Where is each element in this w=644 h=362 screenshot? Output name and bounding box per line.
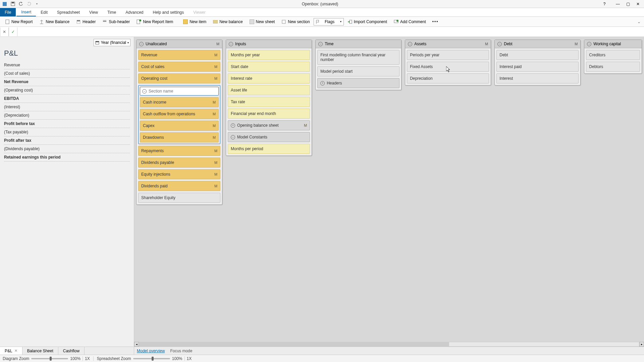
card-item[interactable]: Months per year: [228, 50, 310, 60]
scroll-track[interactable]: [139, 342, 639, 347]
card-item[interactable]: Interest rate: [228, 73, 310, 83]
formula-input[interactable]: [17, 27, 644, 37]
card-item[interactable]: Cash incomeM: [140, 97, 219, 107]
collapse-icon[interactable]: –: [408, 42, 412, 46]
year-selector[interactable]: Year (financial ▾: [94, 39, 130, 46]
scroll-thumb[interactable]: [139, 342, 449, 346]
pl-row[interactable]: Profit before tax: [4, 120, 130, 128]
minimize-button[interactable]: —: [613, 1, 623, 7]
diagram-zoom-slider[interactable]: [31, 358, 68, 359]
collapse-icon[interactable]: –: [142, 89, 147, 94]
tab-balance-sheet[interactable]: Balance Sheet: [22, 347, 58, 355]
ribbon-collapse-icon[interactable]: ⌄: [636, 19, 642, 24]
formula-cancel-button[interactable]: ✕: [0, 27, 9, 36]
diagram-zoom-x[interactable]: 1X: [85, 356, 90, 361]
toolbar-more-button[interactable]: •••: [430, 18, 441, 25]
card-header-unallocated[interactable]: – Unallocated M: [137, 40, 222, 48]
card-item[interactable]: Cost of salesM: [138, 62, 220, 72]
collapse-icon[interactable]: –: [231, 135, 235, 139]
card-item[interactable]: Dividends paidM: [138, 181, 220, 191]
collapse-icon[interactable]: +: [320, 81, 325, 85]
sub-opening-balance[interactable]: +Opening balance sheetM: [228, 120, 310, 130]
card-item[interactable]: Fixed Assets: [407, 62, 489, 72]
card-item[interactable]: Operating costM: [138, 73, 220, 83]
card-header-inputs[interactable]: – Inputs: [226, 40, 312, 48]
item-shareholder-equity[interactable]: Shareholder Equity: [138, 193, 220, 203]
pl-row[interactable]: Net Revenue: [4, 78, 130, 86]
card-item[interactable]: Interest paid: [496, 62, 579, 72]
section-name-input[interactable]: [149, 89, 216, 94]
card-time[interactable]: – Time First modelling column financial …: [315, 40, 401, 90]
new-sheet-button[interactable]: New sheet: [247, 18, 278, 25]
slider-knob[interactable]: [152, 357, 154, 361]
flags-dropdown[interactable]: Flags▾: [314, 18, 344, 25]
pl-row[interactable]: EBITDA: [4, 95, 130, 103]
pl-row[interactable]: (Depreciation): [4, 111, 130, 120]
close-icon[interactable]: ✕: [14, 349, 17, 353]
canvas[interactable]: – Unallocated M RevenueMCost of salesMOp…: [134, 37, 644, 347]
collapse-icon[interactable]: –: [497, 42, 502, 46]
pl-row[interactable]: (Dividends payable): [4, 145, 130, 153]
card-item[interactable]: Depreciation: [407, 73, 489, 83]
card-header-debt[interactable]: – Debt M: [495, 40, 580, 48]
slider-knob[interactable]: [50, 357, 52, 361]
menu-view[interactable]: View: [85, 8, 103, 16]
card-item[interactable]: First modelling column financial year nu…: [317, 50, 399, 65]
pl-row[interactable]: (Interest): [4, 103, 130, 111]
add-comment-button[interactable]: Add Comment: [391, 18, 429, 25]
collapse-icon[interactable]: –: [587, 42, 591, 46]
new-item-button[interactable]: New item: [180, 18, 209, 25]
card-header-time[interactable]: – Time: [316, 40, 401, 48]
formula-accept-button[interactable]: ✓: [9, 27, 17, 36]
card-item[interactable]: Equity injectionsM: [138, 169, 220, 179]
menu-time[interactable]: Time: [103, 8, 121, 16]
view-model-overview[interactable]: Model overview: [137, 349, 165, 353]
sheet-zoom-slider[interactable]: [133, 358, 170, 359]
menu-spreadsheet[interactable]: Spreadsheet: [52, 8, 85, 16]
card-header-assets[interactable]: – Assets M: [405, 40, 491, 48]
pl-row[interactable]: (Tax payable): [4, 128, 130, 136]
card-debt[interactable]: – Debt M DebtInterest paidInterest: [494, 40, 581, 85]
card-item[interactable]: Periods per year: [407, 50, 489, 60]
new-section-button[interactable]: New section: [278, 18, 313, 25]
menu-file[interactable]: File: [0, 8, 16, 16]
header-button[interactable]: Header: [73, 18, 99, 25]
card-item[interactable]: Interest: [496, 73, 579, 83]
maximize-button[interactable]: ▢: [623, 1, 633, 7]
sheet-zoom-x[interactable]: 1X: [187, 356, 192, 361]
menu-insert[interactable]: Insert: [16, 8, 36, 16]
card-item[interactable]: Dividends payableM: [138, 158, 220, 168]
card-working-capital[interactable]: – Working capital CreditorsDebtors: [584, 40, 642, 74]
tab-cashflow[interactable]: Cashflow: [58, 347, 85, 355]
new-balance-button[interactable]: New Balance: [36, 18, 72, 25]
card-item[interactable]: Debt: [496, 50, 579, 60]
scroll-right-icon[interactable]: ▸: [639, 342, 644, 347]
redo-icon[interactable]: [25, 1, 32, 7]
save-icon[interactable]: [9, 1, 16, 7]
scroll-left-icon[interactable]: ◂: [134, 342, 139, 347]
new-report-item-button[interactable]: New Report Item: [133, 18, 176, 25]
card-item[interactable]: DrawdownsM: [140, 132, 219, 142]
card-header-wc[interactable]: – Working capital: [584, 40, 642, 48]
pl-row[interactable]: Revenue: [4, 61, 130, 69]
collapse-icon[interactable]: –: [318, 42, 323, 46]
sub-model-constants[interactable]: –Model Constants: [228, 132, 310, 142]
pl-row[interactable]: (Operating cost): [4, 86, 130, 95]
card-item[interactable]: Creditors: [586, 50, 640, 60]
card-item[interactable]: RepaymentsM: [138, 146, 220, 156]
card-item[interactable]: Model period start: [317, 66, 399, 76]
menu-advanced[interactable]: Advanced: [121, 8, 148, 16]
qat-dropdown-icon[interactable]: ▾: [34, 1, 40, 7]
collapse-icon[interactable]: –: [229, 42, 233, 46]
undo-icon[interactable]: [17, 1, 24, 7]
card-item[interactable]: RevenueM: [138, 50, 220, 60]
sub-headers[interactable]: +Headers: [317, 78, 399, 88]
card-assets[interactable]: – Assets M Periods per yearFixed AssetsD…: [405, 40, 491, 85]
tab-pl[interactable]: P&L✕: [0, 347, 22, 355]
collapse-icon[interactable]: –: [139, 42, 144, 46]
item-months-per-period[interactable]: Months per period: [228, 144, 310, 154]
help-icon[interactable]: ?: [600, 1, 609, 7]
card-item[interactable]: Cash outflow from operationsM: [140, 109, 219, 119]
canvas-hscrollbar[interactable]: ◂ ▸: [134, 342, 644, 347]
section-name-edit[interactable]: –: [140, 87, 219, 96]
